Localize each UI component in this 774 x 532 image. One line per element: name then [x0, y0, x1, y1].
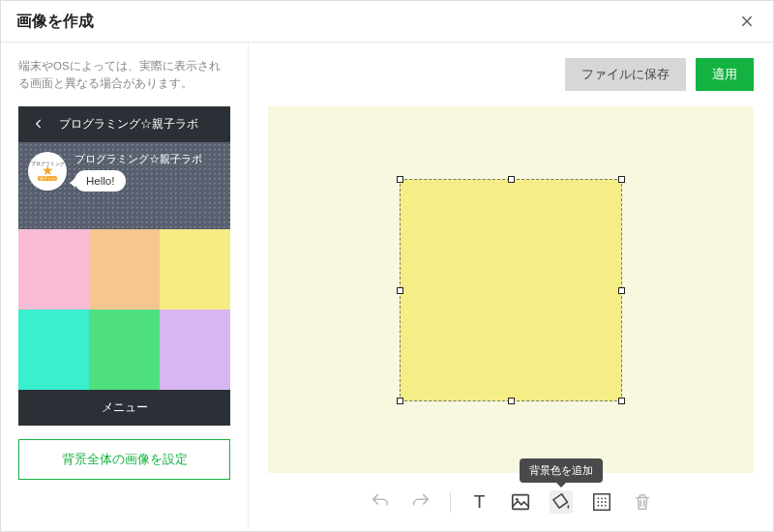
- svg-point-3: [597, 497, 599, 499]
- dialog-header: 画像を作成: [1, 1, 773, 43]
- svg-point-5: [604, 497, 606, 499]
- save-file-button[interactable]: ファイルに保存: [565, 58, 686, 91]
- image-tool-button[interactable]: [509, 490, 532, 514]
- redo-icon: [410, 491, 432, 513]
- chat-name: プログラミング☆親子ラボ: [74, 152, 202, 166]
- preview-header: プログラミング☆親子ラボ: [18, 106, 230, 142]
- dialog-title: 画像を作成: [16, 12, 94, 32]
- redo-button[interactable]: [409, 490, 432, 514]
- trash-icon: [632, 491, 653, 513]
- grid-cell[interactable]: [89, 310, 160, 390]
- top-actions: ファイルに保存 適用: [249, 43, 773, 106]
- delete-button[interactable]: [631, 490, 654, 514]
- svg-point-10: [601, 505, 603, 507]
- avatar: プログラミング ★ 親子ラボ: [28, 152, 67, 191]
- border-icon: [591, 491, 612, 513]
- resize-handle-nw[interactable]: [397, 176, 403, 183]
- star-icon: ★: [42, 166, 54, 175]
- svg-point-7: [601, 501, 603, 503]
- grid-cell[interactable]: [160, 310, 230, 390]
- set-background-image-button[interactable]: 背景全体の画像を設定: [18, 439, 230, 480]
- chat-bubble: Hello!: [74, 170, 126, 192]
- svg-point-11: [604, 505, 606, 507]
- undo-icon: [370, 491, 391, 513]
- resize-handle-n[interactable]: [508, 176, 515, 183]
- phone-preview: プログラミング☆親子ラボ プログラミング ★ 親子ラボ プログラミング☆親子ラボ…: [18, 106, 230, 426]
- toolbar: T 背景色を追加: [249, 479, 773, 529]
- grid-cell[interactable]: [18, 310, 89, 390]
- svg-point-4: [601, 497, 603, 499]
- paint-bucket-icon: [551, 491, 572, 513]
- svg-point-8: [604, 501, 606, 503]
- menu-label: メニュー: [18, 390, 230, 426]
- preview-title: プログラミング☆親子ラボ: [59, 116, 198, 133]
- canvas[interactable]: [268, 106, 754, 473]
- close-icon: [739, 14, 755, 29]
- color-grid: [18, 229, 230, 390]
- fill-tool-button[interactable]: 背景色を追加: [550, 490, 573, 514]
- right-pane: ファイルに保存 適用 T: [248, 43, 773, 529]
- left-pane: 端末やOSによっては、実際に表示される画面と異なる場合があります。 プログラミン…: [1, 43, 248, 529]
- resize-handle-se[interactable]: [618, 398, 625, 404]
- resize-handle-w[interactable]: [397, 287, 403, 294]
- selection-box[interactable]: [400, 179, 622, 401]
- text-icon: T: [474, 491, 486, 513]
- grid-cell[interactable]: [18, 229, 89, 310]
- undo-button[interactable]: [369, 490, 392, 514]
- resize-handle-s[interactable]: [508, 398, 515, 404]
- disclaimer-text: 端末やOSによっては、実際に表示される画面と異なる場合があります。: [18, 58, 230, 93]
- svg-point-9: [597, 505, 599, 507]
- resize-handle-e[interactable]: [618, 287, 625, 294]
- grid-cell[interactable]: [89, 229, 160, 310]
- text-tool-button[interactable]: T: [468, 490, 491, 514]
- avatar-bottom-text: 親子ラボ: [38, 176, 57, 181]
- svg-rect-0: [512, 495, 528, 510]
- apply-button[interactable]: 適用: [696, 58, 754, 91]
- svg-point-6: [597, 501, 599, 503]
- dialog-body: 端末やOSによっては、実際に表示される画面と異なる場合があります。 プログラミン…: [1, 43, 773, 529]
- fill-tooltip: 背景色を追加: [520, 458, 603, 483]
- border-tool-button[interactable]: [590, 490, 613, 514]
- resize-handle-sw[interactable]: [397, 398, 403, 404]
- grid-cell[interactable]: [160, 229, 230, 310]
- chat-column: プログラミング☆親子ラボ Hello!: [74, 152, 202, 192]
- chevron-left-icon: [32, 117, 45, 131]
- chat-area: プログラミング ★ 親子ラボ プログラミング☆親子ラボ Hello!: [18, 142, 230, 229]
- close-button[interactable]: [736, 11, 758, 32]
- toolbar-separator: [450, 491, 451, 513]
- image-icon: [510, 491, 531, 513]
- resize-handle-ne[interactable]: [618, 176, 625, 183]
